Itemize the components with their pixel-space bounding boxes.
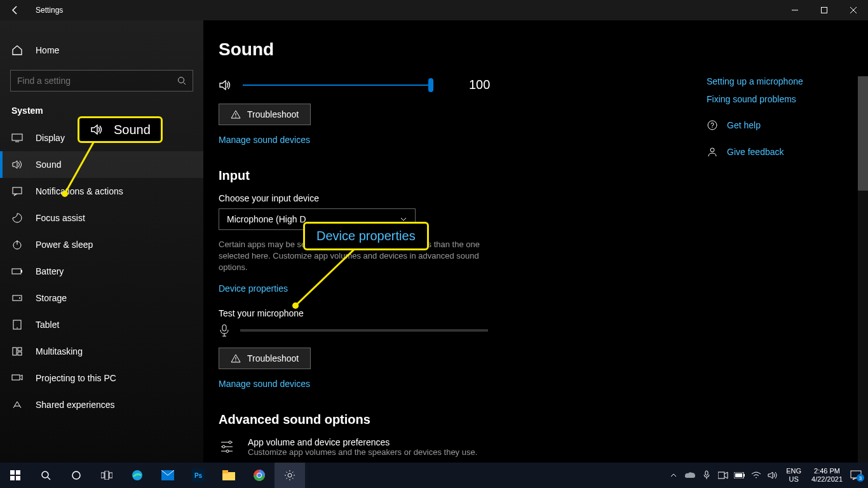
scrollbar[interactable] [858, 76, 868, 463]
sidebar-item-label: Battery [36, 266, 64, 276]
svg-rect-61 [735, 473, 742, 477]
feedback-icon [707, 146, 718, 158]
sidebar-item-multitasking[interactable]: Multitasking [0, 338, 203, 365]
callout-line [292, 248, 362, 308]
wifi-tray-icon[interactable] [749, 471, 763, 479]
dropdown-value: Microphone (High D [227, 214, 306, 224]
feedback-row[interactable]: Give feedback [707, 146, 853, 158]
home-button[interactable]: Home [0, 38, 203, 62]
troubleshoot-input-button[interactable]: Troubleshoot [219, 348, 311, 369]
help-icon: ? [707, 119, 718, 131]
svg-rect-6 [13, 187, 22, 194]
callout-device-properties: Device properties [303, 222, 429, 250]
svg-point-29 [226, 450, 229, 452]
settings-button[interactable] [275, 463, 305, 488]
get-help-row[interactable]: ? Get help [707, 119, 853, 131]
storage-icon [11, 292, 24, 304]
svg-rect-38 [16, 476, 20, 480]
app-volume-item[interactable]: App volume and device preferences Custom… [219, 437, 868, 457]
mail-button[interactable] [153, 463, 183, 488]
adv-item-desc: Customize app volumes and the speakers o… [248, 447, 477, 457]
svg-rect-60 [743, 474, 745, 477]
svg-point-41 [72, 471, 80, 479]
sidebar-item-tablet[interactable]: Tablet [0, 311, 203, 338]
get-help-link[interactable]: Get help [727, 120, 761, 130]
back-button[interactable] [0, 0, 31, 20]
svg-point-2 [179, 78, 184, 83]
scroll-thumb[interactable] [858, 76, 868, 191]
titlebar: Settings [0, 0, 868, 20]
adv-item-title: App volume and device preferences [248, 437, 477, 447]
power-icon [11, 239, 24, 250]
svg-rect-43 [105, 471, 109, 480]
warning-icon [231, 353, 241, 363]
search-button[interactable] [31, 463, 61, 488]
help-panel: Setting up a microphone Fixing sound pro… [707, 76, 853, 165]
choose-input-label: Choose your input device [219, 193, 868, 203]
volume-slider[interactable] [243, 85, 433, 86]
feedback-link[interactable]: Give feedback [727, 147, 784, 157]
page-title: Sound [219, 39, 868, 60]
svg-line-40 [48, 477, 50, 480]
search-input[interactable] [10, 70, 193, 92]
manage-devices-link[interactable]: Manage sound devices [219, 135, 310, 145]
notification-badge: 3 [857, 474, 864, 482]
close-button[interactable] [839, 0, 868, 20]
action-center-icon[interactable]: 3 [849, 470, 863, 480]
svg-point-56 [288, 473, 292, 477]
cortana-button[interactable] [61, 463, 92, 488]
meet-now-icon[interactable] [716, 471, 730, 479]
home-icon [11, 44, 24, 56]
taskbar: Ps ENGUS 2:46 PM4/22/2021 3 [0, 463, 868, 488]
sidebar: Home System Display Sound Notifications … [0, 20, 203, 463]
sidebar-item-storage[interactable]: Storage [0, 285, 203, 311]
volume-value: 100 [469, 78, 490, 92]
onedrive-icon[interactable] [683, 471, 697, 479]
fix-sound-link[interactable]: Fixing sound problems [707, 94, 853, 104]
photoshop-button[interactable]: Ps [183, 463, 214, 488]
display-icon [11, 132, 24, 144]
sidebar-item-battery[interactable]: Battery [0, 258, 203, 285]
volume-tray-icon[interactable] [766, 471, 780, 480]
button-label: Troubleshoot [247, 109, 299, 119]
search-field[interactable] [17, 76, 177, 86]
troubleshoot-output-button[interactable]: Troubleshoot [219, 104, 311, 125]
sidebar-item-shared[interactable]: Shared experiences [0, 391, 203, 418]
clock[interactable]: 2:46 PM4/22/2021 [808, 467, 846, 484]
device-properties-link[interactable]: Device properties [219, 283, 288, 294]
mic-test-row [219, 323, 868, 337]
svg-text:?: ? [710, 122, 714, 129]
svg-rect-44 [109, 473, 112, 478]
sidebar-item-focus[interactable]: Focus assist [0, 205, 203, 231]
slider-thumb[interactable] [428, 78, 433, 92]
svg-point-28 [222, 445, 225, 448]
setup-mic-link[interactable]: Setting up a microphone [707, 76, 853, 86]
chrome-button[interactable] [244, 463, 275, 488]
battery-tray-icon[interactable] [733, 472, 747, 478]
sidebar-item-projecting[interactable]: Projecting to this PC [0, 365, 203, 391]
search-icon [177, 76, 186, 85]
mic-tray-icon[interactable] [700, 470, 714, 480]
start-button[interactable] [0, 463, 31, 488]
sliders-icon [219, 437, 236, 455]
explorer-button[interactable] [214, 463, 244, 488]
language-indicator[interactable]: ENGUS [782, 467, 805, 484]
callout-line [60, 133, 105, 197]
minimize-button[interactable] [780, 0, 810, 20]
focus-icon [11, 212, 24, 224]
svg-point-55 [257, 473, 261, 477]
task-view-button[interactable] [92, 463, 122, 488]
tray-chevron-icon[interactable] [667, 471, 681, 479]
maximize-button[interactable] [810, 0, 839, 20]
callout-label: Device properties [316, 229, 416, 243]
test-mic-label: Test your microphone [219, 308, 868, 318]
svg-rect-16 [18, 348, 22, 351]
manage-devices-link-2[interactable]: Manage sound devices [219, 379, 310, 389]
svg-rect-35 [10, 470, 15, 475]
sidebar-item-power[interactable]: Power & sleep [0, 231, 203, 258]
svg-line-3 [184, 83, 186, 85]
edge-button[interactable] [122, 463, 153, 488]
shared-icon [11, 399, 24, 410]
svg-line-34 [296, 248, 356, 305]
sidebar-item-label: Sound [36, 159, 61, 170]
